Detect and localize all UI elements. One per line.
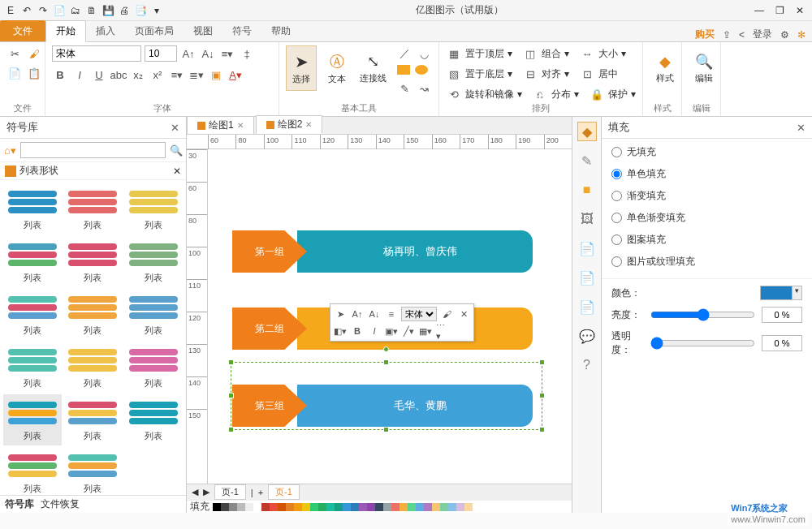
distribute-label[interactable]: 分布 [551,88,571,101]
color-dropdown[interactable]: ▾ [760,286,802,300]
color-swatch[interactable] [326,503,335,511]
color-swatch[interactable] [245,503,253,511]
share-icon[interactable]: ⇪ [723,29,731,41]
decrease-font-icon[interactable]: A↓ [200,45,216,62]
qat-more-icon[interactable]: ▾ [149,3,164,18]
page-tab-1[interactable]: 页-1 [214,484,246,500]
shape-thumbnail[interactable]: 列表 [3,289,62,340]
ft-cursor-icon[interactable]: ➤ [333,307,348,321]
close-panel-icon[interactable]: ✕ [171,122,179,134]
resize-handle-s[interactable] [383,427,389,432]
align-label[interactable]: 对齐 [542,67,561,81]
color-swatch[interactable] [221,503,229,511]
ft-dec-font-icon[interactable]: A↓ [367,307,382,321]
highlight-icon[interactable]: ▣ [208,67,224,83]
protect-icon[interactable]: 🔒 [589,86,605,102]
line-panel-icon[interactable]: ✎ [577,151,597,170]
paste-icon[interactable]: 📋 [26,65,42,81]
page-tab-1b[interactable]: 页-1 [268,484,300,500]
bring-front-label[interactable]: 置于顶层 [465,47,504,61]
shape-thumbnail[interactable]: 列表 [124,342,183,393]
fill-option[interactable]: 渐变填充 [611,189,802,203]
underline-icon[interactable]: U [91,67,107,83]
list-shape-1[interactable]: 第一组 杨再明、曾庆伟 [232,230,533,273]
text-tool-button[interactable]: Ⓐ文本 [322,45,352,91]
minimize-button[interactable]: — [754,5,764,16]
home-icon[interactable]: ⌂▾ [3,142,17,158]
file-tab[interactable]: 文件 [0,20,45,41]
undo-icon[interactable]: ↶ [19,3,34,18]
image-panel-icon[interactable]: 🖼 [577,209,597,229]
brightness-value[interactable] [762,307,802,323]
color-swatch[interactable] [310,503,318,511]
page-panel-icon[interactable]: 📄 [577,239,597,258]
resize-handle-se[interactable] [539,427,545,432]
tab-file-recovery[interactable]: 文件恢复 [41,497,80,511]
color-swatch[interactable] [400,503,408,511]
shape-thumbnail[interactable]: 列表 [124,236,183,287]
color-swatch[interactable] [448,503,456,511]
resize-handle-nw[interactable] [228,359,234,365]
ft-more-icon[interactable]: ⋯▾ [435,324,450,338]
color-swatch[interactable] [432,503,440,511]
shape-thumbnail[interactable]: 列表 [124,289,183,340]
ft-bold-icon[interactable]: B [350,324,365,338]
color-swatch[interactable] [391,503,400,511]
pencil-icon[interactable]: ✎ [396,80,412,97]
tab-view[interactable]: 视图 [184,21,222,41]
color-swatch[interactable] [408,503,416,511]
ft-brush-icon[interactable]: 🖌 [439,307,454,321]
page-next-icon[interactable]: ▶ [203,487,209,497]
send-back-icon[interactable]: ▧ [446,66,462,82]
shape-thumbnail[interactable]: 列表 [63,447,122,495]
shape-thumbnail[interactable]: 列表 [63,183,122,234]
font-size-input[interactable] [145,45,177,62]
doc-tab-1[interactable]: 绘图1✕ [187,116,254,134]
bring-front-icon[interactable]: ▦ [446,45,462,62]
ft-fill-icon[interactable]: ▣▾ [384,324,399,338]
font-name-input[interactable] [52,45,141,62]
align-icon[interactable]: ⊟ [522,66,538,82]
shape-thumbnail[interactable]: 列表 [63,342,122,393]
line-spacing-icon[interactable]: ‡ [239,45,255,62]
fill-option[interactable]: 图片或纹理填充 [611,255,802,269]
symbol-search-input[interactable] [20,142,166,158]
color-swatch[interactable] [416,503,424,511]
rotate-icon[interactable]: ⟲ [446,86,462,102]
save-as-icon[interactable]: 💾 [101,3,115,18]
fill-panel-icon[interactable]: ◆ [577,122,597,141]
login-link[interactable]: 登录 [753,28,772,41]
group-label[interactable]: 组合 [542,47,561,61]
increase-font-icon[interactable]: A↑ [180,45,197,62]
settings-icon[interactable]: ⚙ [780,29,789,41]
italic-icon[interactable]: I [71,67,88,83]
shape-thumbnail[interactable]: 列表 [124,183,183,234]
list-shape-3[interactable]: 第三组 毛华、黄鹏 [232,385,533,427]
resize-handle-ne[interactable] [539,359,545,365]
color-swatch[interactable] [286,503,294,511]
group-icon[interactable]: ◫ [522,45,538,62]
distribute-icon[interactable]: ⎌ [532,86,548,102]
doc-tab-2[interactable]: 绘图2✕ [256,115,323,134]
select-tool-button[interactable]: ➤选择 [286,45,317,91]
layer-panel-icon[interactable]: 📄 [577,268,597,287]
color-swatch[interactable] [237,503,245,511]
color-swatch[interactable] [440,503,448,511]
color-swatch[interactable] [294,503,302,511]
find-button[interactable]: 🔍编辑 [689,45,719,91]
buy-link[interactable]: 购买 [695,28,715,41]
color-swatch[interactable] [229,503,237,511]
save-icon[interactable]: 🗎 [84,3,99,18]
color-swatch[interactable] [464,503,473,511]
color-swatch[interactable] [302,503,310,511]
close-doc-icon[interactable]: ✕ [305,120,312,129]
connector-tool-button[interactable]: ⤡连接线 [357,45,388,91]
color-swatch[interactable] [367,503,375,511]
color-swatch[interactable] [261,503,270,511]
shape-thumbnail[interactable]: 列表 [3,447,62,495]
add-page-icon[interactable]: + [258,488,263,497]
resize-handle-e[interactable] [539,393,545,398]
category-close-icon[interactable]: ✕ [173,166,181,177]
style-button[interactable]: ◆样式 [650,45,680,91]
tab-help[interactable]: 帮助 [261,21,300,41]
